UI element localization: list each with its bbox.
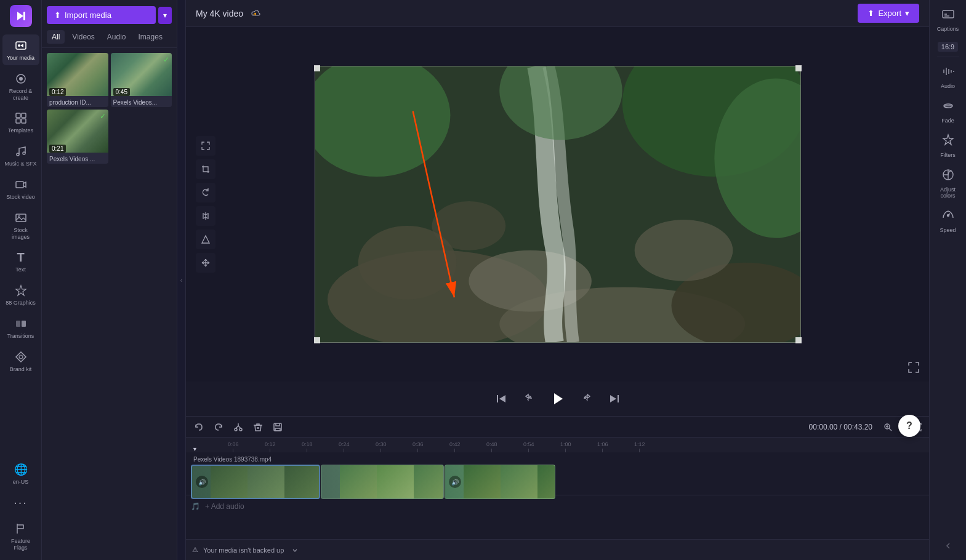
ruler-marks: ▼ 0:06 0:12 0:18 0:24 0:30 0:36 0:42 0:4… [191, 438, 924, 452]
tool-fit[interactable] [196, 136, 215, 156]
record-create-label: Record &create [9, 88, 33, 102]
sidebar-item-graphics[interactable]: 88 Graphics [2, 279, 39, 310]
delete-button[interactable] [250, 419, 266, 435]
sidebar-item-stock-video[interactable]: Stock video [2, 174, 39, 204]
rewind-button[interactable]: 5 [520, 390, 537, 407]
sidebar-item-locale[interactable]: 🌐 en-US [2, 458, 39, 489]
tool-rotate[interactable] [196, 183, 215, 202]
resize-handle-tl[interactable] [314, 65, 320, 71]
tab-videos[interactable]: Videos [67, 30, 99, 44]
right-tool-fade[interactable]: Fade [932, 97, 964, 126]
playhead-indicator: ▼ [192, 446, 198, 452]
media-item-2[interactable]: 0:45 ✓ Pexels Videos... [111, 53, 172, 107]
clip-1[interactable]: 🔊 [191, 465, 320, 499]
right-tool-audio[interactable]: Audio [932, 62, 964, 92]
speed-label: Speed [940, 227, 956, 233]
text-label: Text [15, 266, 26, 273]
right-tool-filters[interactable]: Filters [932, 131, 964, 161]
tab-all[interactable]: All [47, 30, 65, 44]
import-icon: ⬆ [54, 10, 61, 20]
zoom-in-button[interactable] [881, 420, 895, 434]
sidebar: Your media Record &create Templates [0, 0, 42, 560]
play-button[interactable] [547, 388, 569, 410]
graphics-label: 88 Graphics [6, 300, 36, 306]
tool-flip[interactable] [196, 206, 215, 226]
svg-rect-8 [22, 119, 26, 123]
total-time: 00:43.20 [843, 423, 872, 431]
svg-point-2 [18, 44, 20, 47]
media-duration-1: 0:12 [49, 88, 66, 96]
sidebar-item-brand-kit[interactable]: Brand kit [2, 346, 39, 377]
tool-crop[interactable] [196, 159, 215, 179]
import-media-button[interactable]: ⬆ Import media [47, 6, 156, 24]
import-dropdown-button[interactable]: ▾ [158, 7, 172, 24]
right-tool-speed[interactable]: Speed [932, 206, 964, 236]
aspect-ratio-badge[interactable]: 16:9 [938, 42, 958, 52]
sidebar-item-your-media[interactable]: Your media [2, 34, 39, 65]
svg-point-45 [947, 215, 949, 217]
stock-video-icon [14, 177, 28, 192]
sidebar-item-record-create[interactable]: Record &create [2, 68, 39, 105]
sidebar-item-more[interactable]: ··· [2, 491, 39, 515]
media-item-3[interactable]: 0:21 ✓ Pexels Videos ... [47, 110, 108, 164]
save-button[interactable] [270, 419, 286, 435]
sidebar-item-feature-flags[interactable]: Feature Flags [2, 518, 39, 555]
project-name[interactable]: My 4K video [196, 9, 243, 18]
fade-label: Fade [941, 118, 954, 124]
forward-button[interactable]: 5 [579, 390, 596, 407]
resize-handle-tr[interactable] [795, 65, 802, 71]
fullscreen-button[interactable] [908, 362, 919, 375]
right-panel-chevron[interactable] [941, 539, 955, 555]
undo-button[interactable] [191, 419, 207, 435]
preview-area [186, 27, 929, 382]
tool-position[interactable] [196, 253, 215, 273]
right-tool-adjust-colors[interactable]: Adjust colors [932, 166, 964, 201]
media-panel: ⬆ Import media ▾ All Videos Audio Images… [42, 0, 177, 560]
svg-rect-14 [16, 321, 20, 327]
svg-rect-43 [943, 10, 954, 18]
resize-handle-bl[interactable] [314, 337, 320, 343]
timeline-toolbar: 00:00.00 / 00:43.20 [186, 417, 929, 438]
sidebar-item-music-sfx[interactable]: Music & SFX [2, 140, 39, 171]
redo-button[interactable] [211, 419, 227, 435]
stock-video-label: Stock video [6, 194, 35, 201]
timeline-tracks[interactable]: Pexels Videos 1893738.mp4 🔊 [186, 452, 929, 539]
media-grid: 0:12 production ID... 0:45 ✓ Pexels Vide… [42, 48, 177, 169]
clip-audio-icon-1: 🔊 [196, 476, 208, 488]
music-sfx-label: Music & SFX [5, 161, 37, 167]
tab-images[interactable]: Images [134, 30, 167, 44]
stock-images-icon [14, 210, 28, 225]
panel-collapse-handle[interactable]: ‹ [177, 0, 186, 560]
sidebar-item-transitions[interactable]: Transitions [2, 313, 39, 343]
svg-rect-15 [22, 321, 26, 327]
transitions-icon [14, 316, 28, 331]
right-tool-captions[interactable]: Captions [932, 5, 964, 34]
tool-shape[interactable] [196, 230, 215, 249]
warning-expand-icon[interactable] [291, 546, 299, 554]
resize-handle-br[interactable] [795, 337, 802, 343]
cut-button[interactable] [230, 419, 246, 435]
cloud-icon [251, 9, 260, 18]
right-panel: Captions 16:9 Audio Fade Filters [929, 0, 966, 560]
timeline-area: 00:00.00 / 00:43.20 [186, 416, 929, 539]
locale-label: en-US [13, 479, 29, 486]
svg-rect-5 [16, 113, 20, 118]
clip-2[interactable] [321, 465, 444, 499]
media-panel-header: ⬆ Import media ▾ [42, 0, 177, 30]
media-item-1[interactable]: 0:12 production ID... [47, 53, 108, 107]
sidebar-item-stock-images[interactable]: Stock images [2, 207, 39, 244]
help-button[interactable]: ? [898, 415, 920, 437]
tab-audio[interactable]: Audio [102, 30, 131, 44]
svg-point-29 [634, 220, 733, 281]
your-media-icon [14, 38, 28, 53]
skip-forward-button[interactable] [606, 390, 623, 407]
sidebar-item-templates[interactable]: Templates [2, 107, 39, 138]
timeline-time: 00:00.00 / 00:43.20 [809, 423, 872, 431]
sidebar-item-text[interactable]: T Text [2, 246, 39, 277]
backup-warning: ⚠ Your media isn't backed up [186, 539, 929, 560]
skip-back-button[interactable] [493, 390, 510, 407]
clip-3[interactable]: 🔊 [445, 465, 555, 499]
export-button[interactable]: ⬆ Export ▾ [858, 4, 919, 23]
collapse-icon: ‹ [180, 277, 182, 284]
svg-text:5: 5 [586, 398, 589, 402]
